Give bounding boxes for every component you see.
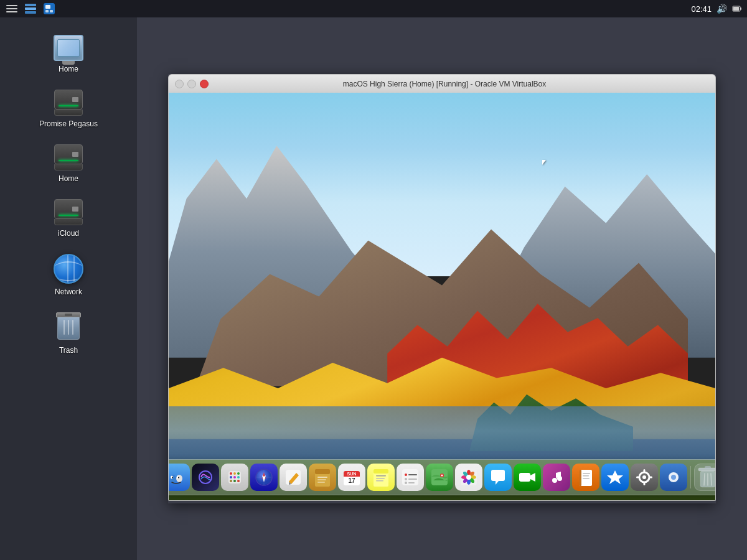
svg-point-27 [237,480,240,482]
calendar-icon: SUN 17 [342,468,361,487]
macos-dock[interactable]: SUN 17 [168,459,716,495]
dock-finder[interactable] [168,464,190,491]
svg-rect-86 [649,477,652,478]
svg-rect-1 [25,7,36,10]
launchpad-2-icon [664,468,683,487]
sidebar-item-home-monitor[interactable]: Home [12,30,125,78]
close-button[interactable] [200,80,209,88]
dock-notefile[interactable] [309,464,336,491]
svg-rect-6 [50,10,53,12]
messages-icon [489,468,507,487]
svg-rect-46 [374,469,388,474]
svg-point-69 [466,475,471,480]
dock-calendar[interactable]: SUN 17 [338,464,365,491]
dock-itunes[interactable] [543,464,570,491]
siri-icon [196,468,215,487]
dock-siri[interactable] [192,464,219,491]
monitor-screen [57,39,80,57]
sidebar-label-home-hdd: Home [59,174,78,183]
svg-rect-8 [733,7,739,11]
dock-trash[interactable] [694,464,716,491]
svg-rect-47 [376,475,386,477]
sidebar-item-promise-pegasus[interactable]: Promise Pegasus [12,85,125,133]
hamburger-menu-icon[interactable] [5,2,19,16]
hdd-body-3 [54,199,83,219]
vm-screen[interactable]: SUN 17 [168,93,716,501]
sidebar-item-trash[interactable]: Trash [12,307,125,360]
svg-rect-49 [376,480,383,482]
svg-rect-85 [636,477,639,478]
svg-point-51 [405,474,407,476]
svg-rect-80 [583,478,590,479]
svg-rect-9 [740,7,741,10]
svg-point-16 [178,477,179,478]
svg-point-15 [172,477,173,478]
dock-maps[interactable] [426,464,453,491]
maps-icon [430,468,449,487]
hdd-connector-3 [72,207,78,212]
svg-rect-54 [408,478,417,480]
notefile-icon [313,468,332,487]
sidebar: Home Promise Pegasus Home iCloud [0,17,137,560]
sidebar-label-trash: Trash [59,346,78,355]
virtualbox-window[interactable]: macOS High Sierra (Home) [Running] - Ora… [168,74,716,503]
topbar: 02:41 🔊 [0,0,747,17]
hdd-connector [72,97,78,102]
dock-photos[interactable] [455,464,482,491]
trash-line-3 [72,320,73,335]
svg-rect-38 [317,479,326,480]
trash-line-2 [68,320,69,335]
dock-launchpad[interactable] [221,464,248,491]
svg-rect-0 [25,4,36,6]
photos-icon [459,468,478,487]
reminders-icon [401,468,420,487]
notes-icon [372,468,390,487]
sidebar-item-network[interactable]: Network [12,249,125,301]
minimize-button[interactable] [175,80,184,88]
svg-rect-90 [705,466,711,469]
dock-facetime[interactable] [514,464,541,491]
itunes-icon [547,468,566,487]
dock-system-preferences[interactable] [631,464,658,491]
dock-reminders[interactable] [397,464,424,491]
svg-rect-52 [408,474,417,475]
dock-notes[interactable] [367,464,395,491]
svg-point-11 [170,475,176,482]
hdd-connector-2 [72,152,78,157]
dock-messages[interactable] [484,464,512,491]
dock-sketch[interactable] [280,464,307,491]
hdd-base-3 [54,219,83,225]
topbar-left [5,2,56,16]
svg-rect-56 [408,482,415,483]
virtualbox-app-icon[interactable] [42,2,56,16]
clock: 02:41 [691,4,712,14]
svg-point-22 [230,476,232,478]
hdd-base [54,110,83,116]
svg-point-12 [176,475,182,482]
dock-trash-icon [697,465,716,489]
finder-face-icon [168,466,187,488]
monitor-icon [54,35,83,61]
ibooks-icon [576,468,595,487]
svg-point-26 [233,480,236,482]
sidebar-item-home-hdd[interactable]: Home [12,139,125,188]
lake-layer [169,406,715,467]
dock-appstore[interactable] [601,464,629,491]
svg-point-23 [233,476,236,478]
trash-icon [55,312,82,342]
dock-ibooks[interactable] [572,464,599,491]
svg-text:SUN: SUN [347,472,357,476]
dock-launchpad-2[interactable] [660,464,687,491]
dock-separator [690,466,691,488]
sidebar-item-icloud[interactable]: iCloud [12,194,125,243]
battery-icon [732,4,742,14]
stack-app-icon[interactable] [24,2,37,16]
macos-wallpaper [169,93,715,500]
dock-safari[interactable] [250,464,278,491]
restore-button[interactable] [187,80,196,88]
svg-point-19 [230,472,232,475]
trash-lid [56,312,81,317]
svg-point-59 [441,475,443,477]
home-hdd-icon [54,144,83,170]
hdd-body-2 [54,144,83,164]
